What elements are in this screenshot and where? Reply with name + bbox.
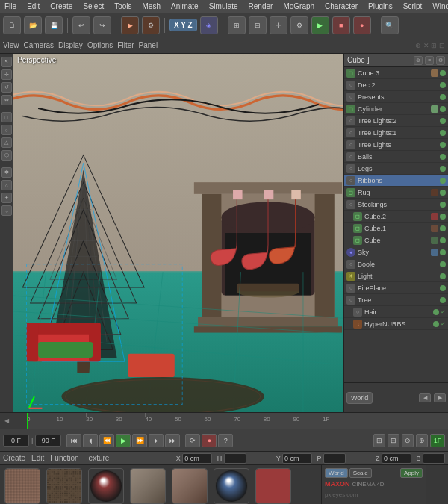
toolbar-stop[interactable]: ■ [332, 16, 350, 34]
menu-animate[interactable]: Animate [169, 2, 200, 10]
scene-vis-rug[interactable] [440, 190, 446, 196]
material-item-mat3[interactable]: Mat [254, 468, 293, 504]
left-tool1[interactable]: □ [1, 112, 12, 122]
panel-menu[interactable]: Panel [139, 41, 158, 49]
toolbar-save[interactable]: 💾 [45, 16, 63, 34]
scene-vis-dec2[interactable] [440, 82, 446, 88]
menu-mesh[interactable]: Mesh [141, 2, 162, 10]
menu-character[interactable]: Character [323, 2, 359, 10]
menu-tools[interactable]: Tools [113, 2, 133, 10]
left-select[interactable]: ↖ [1, 57, 12, 67]
scene-vis-ribbons[interactable] [440, 178, 446, 184]
view-menu[interactable]: View [3, 41, 19, 49]
scene-item-cube1[interactable]: ◻Cube.1 [344, 223, 448, 234]
toolbar-select-mode[interactable]: ◈ [200, 16, 218, 34]
prev-frame-btn[interactable]: ⏴ [83, 434, 98, 447]
scene-item-treelights2[interactable]: ○Tree Lights:2 [344, 115, 448, 127]
left-tool6[interactable]: ⌂ [1, 180, 12, 190]
go-end-btn[interactable]: ⏭ [165, 434, 180, 447]
material-item-mat1[interactable]: Mat [87, 468, 125, 504]
material-item-terra[interactable]: Terra-C- [170, 468, 209, 504]
cameras-menu[interactable]: Cameras [24, 41, 55, 49]
scene-item-boole[interactable]: ○Boole [344, 258, 448, 270]
scene-vis-cylinder[interactable] [440, 106, 446, 112]
play-btn[interactable]: ▶ [116, 434, 131, 447]
left-rotate[interactable]: ↺ [1, 82, 12, 93]
mat-texture[interactable]: Texture [85, 454, 110, 462]
go-start-btn[interactable]: ⏮ [66, 434, 81, 447]
scene-vis-sky[interactable] [440, 249, 446, 255]
frame-step-up[interactable]: ⊞ [373, 434, 385, 447]
toolbar-render2[interactable]: ⚙ [142, 16, 160, 34]
scene-vis-hypernurbs[interactable] [433, 321, 439, 327]
mat-edit[interactable]: Edit [31, 454, 44, 462]
scene-vis-cube1[interactable] [440, 225, 446, 231]
fps-btn2[interactable]: ⊕ [416, 434, 428, 447]
left-tool7[interactable]: ✦ [1, 193, 12, 203]
arrow-left-icon[interactable]: ◀ [419, 393, 431, 402]
scene-item-cube3[interactable]: ◻Cube.3 [344, 67, 448, 79]
scene-item-light[interactable]: ☀Light [344, 270, 448, 282]
mode-button[interactable]: World [346, 392, 373, 404]
scene-item-dec2[interactable]: ○Dec.2 [344, 79, 448, 91]
scene-item-balls[interactable]: ○Balls [344, 151, 448, 163]
left-tool2[interactable]: ○ [1, 125, 12, 135]
filter-menu[interactable]: Filter [117, 41, 134, 49]
toolbar-magnet[interactable]: 🔍 [381, 16, 399, 34]
menu-plugins[interactable]: Plugins [367, 2, 394, 10]
toolbar-redo[interactable]: ↪ [93, 16, 111, 34]
menu-edit[interactable]: Edit [25, 2, 41, 10]
display-menu[interactable]: Display [58, 41, 83, 49]
material-item-fabric[interactable]: Fabric- [3, 468, 42, 504]
scene-item-cylinder[interactable]: ◻Cylinder [344, 103, 448, 115]
toolbar-play[interactable]: ▶ [311, 16, 329, 34]
mat-create[interactable]: Create [3, 454, 25, 462]
scene-item-hypernurbs[interactable]: ⌇HyperNURBS✓ [344, 318, 448, 330]
material-item-wrapper[interactable]: Wrappd- [128, 468, 167, 504]
arrow-right-icon[interactable]: ▶ [434, 393, 446, 402]
timeline-ruler[interactable]: ◀ 01020304050607080901F [0, 412, 448, 429]
next-frame-btn[interactable]: ⏵ [149, 434, 164, 447]
prev-key-btn[interactable]: ⏪ [99, 434, 114, 447]
hierarchy-icon2[interactable]: ≡ [425, 56, 434, 65]
toolbar-record[interactable]: ● [353, 16, 371, 34]
scene-vis-boole[interactable] [440, 261, 446, 267]
scene-vis-stockings[interactable] [440, 202, 446, 208]
scene-vis-treelights[interactable] [440, 142, 446, 148]
scene-item-tree[interactable]: ○Tree [344, 294, 448, 306]
scene-vis-fireplace[interactable] [440, 285, 446, 291]
material-item-carpet[interactable]: Carpet- [45, 468, 84, 504]
scene-item-treelights1[interactable]: ○Tree Lights:1 [344, 127, 448, 139]
toolbar-grid[interactable]: ⊟ [249, 16, 267, 34]
frame-step-down[interactable]: ⊟ [388, 434, 399, 447]
next-key-btn[interactable]: ⏩ [132, 434, 147, 447]
toolbar-xyz[interactable]: X Y Z [169, 19, 197, 31]
scene-item-cube[interactable]: ◻Cube [344, 234, 448, 246]
timeline-track[interactable]: 01020304050607080901F [27, 413, 448, 429]
scene-vis-tree[interactable] [440, 297, 446, 303]
loop-btn[interactable]: ⟳ [185, 434, 200, 447]
scale-btn[interactable]: Scale [349, 468, 372, 478]
scene-item-rug[interactable]: ◻Rug [344, 187, 448, 199]
toolbar-render[interactable]: ▶ [121, 16, 139, 34]
left-tool8[interactable]: ⬦ [1, 205, 12, 216]
hierarchy-icon3[interactable]: ⚙ [436, 56, 445, 65]
left-tool4[interactable]: ⬡ [1, 150, 12, 161]
scene-vis-hair[interactable] [433, 309, 439, 315]
toolbar-snap[interactable]: ⊞ [228, 16, 246, 34]
frame-end-input[interactable] [35, 435, 61, 447]
viewport[interactable]: Perspective [13, 54, 343, 412]
scene-vis-treelights2[interactable] [440, 118, 446, 124]
scene-item-ribbons[interactable]: ○Ribbons [344, 175, 448, 187]
options-menu[interactable]: Options [87, 41, 113, 49]
scene-item-presents[interactable]: ○Presents [344, 91, 448, 103]
menu-select[interactable]: Select [81, 2, 105, 10]
record-btn[interactable]: ● [202, 434, 217, 447]
playhead[interactable] [27, 413, 28, 429]
coord-h-input[interactable] [224, 453, 246, 464]
toolbar-new[interactable]: 🗋 [3, 16, 21, 34]
coord-p-input[interactable] [323, 453, 346, 464]
scene-item-sky[interactable]: ●Sky [344, 246, 448, 258]
scene-vis-treelights1[interactable] [440, 130, 446, 136]
scene-item-treelights[interactable]: ○Tree Lights [344, 139, 448, 151]
